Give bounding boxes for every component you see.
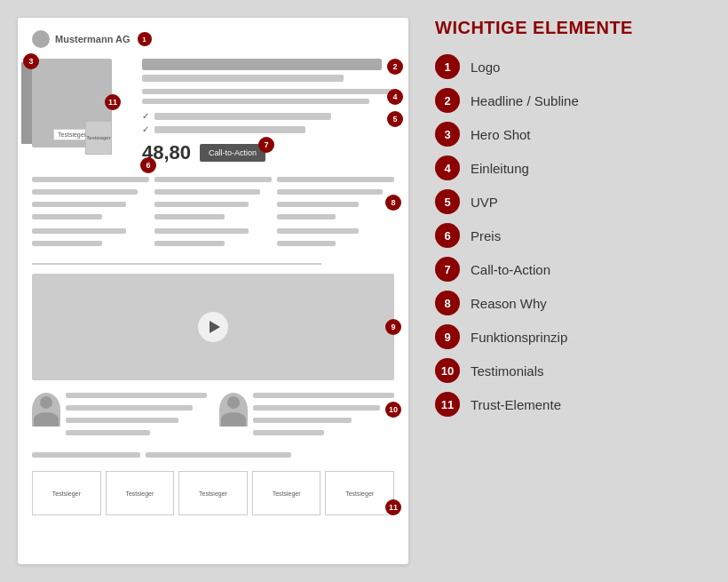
element-item-4: 4 Einleitung — [435, 155, 701, 180]
element-label-10: Testimonials — [471, 363, 544, 379]
element-label-2: Headline / Subline — [471, 93, 579, 108]
headline-bar-2 — [142, 75, 344, 82]
trust-header-bars — [32, 452, 394, 462]
mockup-header: Mustermann AG 1 — [32, 30, 394, 48]
element-label-9: Funktionsprinzip — [471, 330, 567, 345]
reason-why-section: 8 — [32, 177, 394, 251]
element-label-4: Einleitung — [471, 161, 529, 176]
uvp-row-1: ✓ — [142, 111, 394, 121]
headline-bar-1 — [142, 59, 382, 70]
badge-10: 10 — [385, 402, 401, 418]
element-badge-1: 1 — [435, 54, 460, 79]
avatar-head-2 — [227, 396, 240, 409]
play-button[interactable] — [198, 312, 228, 342]
avatar-body-2 — [221, 412, 246, 427]
element-item-3: 3 Hero Shot — [435, 122, 701, 147]
element-badge-9: 9 — [435, 324, 460, 349]
trust-badge-3: Testsieger — [178, 471, 248, 515]
element-badge-3: 3 — [435, 122, 460, 147]
element-badge-7: 7 — [435, 257, 460, 282]
cta-area: Call-to-Action 7 — [200, 144, 265, 162]
rw-cell-1 — [32, 177, 149, 224]
badge-3: 3 — [23, 53, 39, 69]
rw-grid — [32, 177, 394, 224]
element-badge-5: 5 — [435, 189, 460, 214]
element-item-7: 7 Call-to-Action — [435, 257, 701, 282]
element-label-1: Logo — [471, 60, 500, 75]
avatar-head-1 — [40, 396, 52, 409]
video-section — [32, 274, 394, 380]
trust-badge-overlay: Testsieger — [85, 121, 112, 155]
element-badge-10: 10 — [435, 358, 460, 383]
check-2: ✓ — [142, 124, 149, 134]
video-wrapper: 9 — [32, 274, 394, 380]
element-label-11: Trust-Elemente — [471, 397, 561, 412]
element-label-5: UVP — [471, 195, 498, 210]
avatar-1 — [32, 393, 60, 427]
cta-button[interactable]: Call-to-Action — [200, 144, 265, 162]
avatar-body-1 — [34, 412, 59, 427]
mockup-panel: Mustermann AG 1 Testsieger Testsieger 11… — [18, 18, 408, 564]
rw-cell-4 — [32, 228, 149, 251]
panel-title: WICHTIGE ELEMENTE — [435, 18, 701, 38]
badge-6: 6 — [140, 157, 156, 173]
element-badge-4: 4 — [435, 155, 460, 180]
rw-grid-2 — [32, 228, 394, 251]
check-1: ✓ — [142, 111, 149, 121]
element-item-11: 11 Trust-Elemente — [435, 392, 701, 417]
testimonial-1 — [32, 393, 207, 440]
uvp-bar-1 — [154, 113, 331, 120]
logo-circle — [32, 30, 50, 48]
einl-bar-1 — [142, 89, 394, 94]
element-label-8: Reason Why — [471, 296, 547, 311]
badge-11-overlay: 11 — [105, 94, 121, 110]
einleitung-area: 4 — [142, 89, 394, 104]
right-panel: WICHTIGE ELEMENTE 1 Logo 2 Headline / Su… — [426, 18, 710, 426]
element-item-5: 5 UVP — [435, 189, 701, 214]
element-item-10: 10 Testimonials — [435, 358, 701, 383]
badge-1: 1 — [138, 32, 152, 46]
play-icon — [210, 321, 220, 333]
price-area: 48,80 6 — [142, 141, 191, 164]
trust-section: Testsieger Testsieger Testsieger Testsie… — [32, 452, 394, 515]
hero-image-container: Testsieger Testsieger 11 3 — [32, 59, 130, 151]
element-badge-2: 2 — [435, 88, 460, 113]
badge-7: 7 — [258, 137, 274, 153]
badge-5: 5 — [387, 111, 403, 127]
divider-1 — [32, 263, 321, 265]
element-item-1: 1 Logo — [435, 54, 701, 79]
element-item-9: 9 Funktionsprinzip — [435, 324, 701, 349]
trust-badge-1: Testsieger — [32, 471, 101, 515]
trust-badge-2: Testsieger — [106, 471, 175, 515]
rw-cell-2 — [154, 177, 272, 224]
element-label-6: Preis — [471, 228, 501, 243]
hero-content: 2 4 ✓ ✓ 5 — [142, 59, 394, 164]
hero-section: Testsieger Testsieger 11 3 2 4 — [32, 59, 394, 164]
price-cta-row: 48,80 6 Call-to-Action 7 — [142, 141, 394, 164]
uvp-bar-2 — [154, 126, 305, 133]
uvp-area: ✓ ✓ 5 — [142, 111, 394, 134]
testimonial-text-2 — [253, 393, 394, 440]
uvp-row-2: ✓ — [142, 124, 394, 134]
element-badge-6: 6 — [435, 223, 460, 248]
avatar-2 — [219, 393, 248, 427]
rw-cell-5 — [154, 228, 272, 251]
element-item-8: 8 Reason Why — [435, 291, 701, 315]
badge-9: 9 — [385, 319, 401, 335]
trust-badge-4: Testsieger — [252, 471, 321, 515]
testimonial-text-1 — [66, 393, 207, 440]
element-item-6: 6 Preis — [435, 223, 701, 248]
headline-area: 2 — [142, 59, 394, 82]
badge-11-trust: 11 — [385, 499, 401, 515]
rw-cell-6 — [277, 228, 394, 251]
rw-cell-3 — [277, 177, 394, 224]
trust-badge-5: Testsieger — [325, 471, 394, 515]
elements-list: 1 Logo 2 Headline / Subline 3 Hero Shot … — [435, 54, 701, 417]
testimonials-section: 10 — [32, 393, 394, 440]
element-badge-8: 8 — [435, 291, 460, 315]
logo-text: Mustermann AG — [55, 34, 131, 44]
badge-8: 8 — [385, 195, 401, 211]
badge-2: 2 — [387, 59, 403, 75]
element-label-7: Call-to-Action — [471, 262, 550, 277]
einl-bar-2 — [142, 99, 369, 104]
